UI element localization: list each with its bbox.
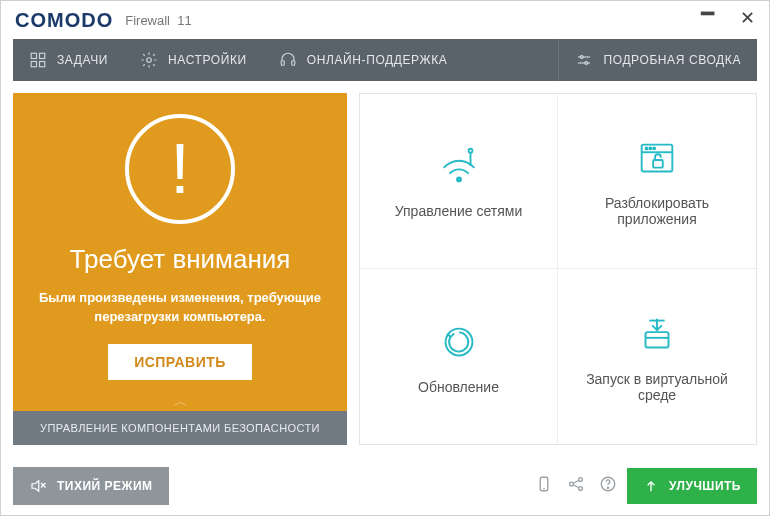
main-toolbar: ЗАДАЧИ НАСТРОЙКИ ОНЛАЙН-ПОДДЕРЖКА ПОДРОБ… [13, 39, 757, 81]
status-card: ! Требует внимания Были произведены изме… [13, 93, 347, 445]
tasks-label: ЗАДАЧИ [57, 53, 108, 67]
wifi-icon [436, 143, 482, 189]
tile-label: Разблокировать приложения [568, 195, 746, 227]
quick-actions-grid: Управление сетями Разблокировать приложе… [359, 93, 757, 445]
mobile-icon[interactable] [535, 475, 553, 497]
svg-line-33 [573, 480, 579, 483]
minimize-button[interactable]: ━ [701, 3, 714, 25]
quiet-mode-button[interactable]: ТИХИЙ РЕЖИМ [13, 467, 169, 505]
content-area: ! Требует внимания Были произведены изме… [1, 81, 769, 457]
share-icon[interactable] [567, 475, 585, 497]
help-icon[interactable] [599, 475, 617, 497]
settings-label: НАСТРОЙКИ [168, 53, 247, 67]
svg-rect-2 [31, 62, 36, 67]
svg-point-16 [646, 147, 648, 149]
svg-rect-5 [281, 61, 284, 66]
svg-rect-6 [292, 61, 295, 66]
svg-point-36 [607, 487, 608, 488]
upgrade-button[interactable]: УЛУЧШИТЬ [627, 468, 757, 504]
tasks-button[interactable]: ЗАДАЧИ [13, 39, 124, 81]
gear-icon [140, 51, 158, 69]
warning-icon: ! [125, 114, 235, 224]
detail-view-button[interactable]: ПОДРОБНАЯ СВОДКА [558, 39, 757, 81]
svg-rect-21 [646, 332, 669, 347]
svg-point-17 [649, 147, 651, 149]
status-description: Были произведены изменения, требующие пе… [31, 289, 329, 325]
headset-icon [279, 51, 297, 69]
unblock-icon [634, 135, 680, 181]
quiet-mode-label: ТИХИЙ РЕЖИМ [57, 479, 153, 493]
settings-button[interactable]: НАСТРОЙКИ [124, 39, 263, 81]
svg-point-18 [653, 147, 655, 149]
tile-label: Управление сетями [395, 203, 522, 219]
sandbox-icon [634, 311, 680, 357]
support-label: ОНЛАЙН-ПОДДЕРЖКА [307, 53, 448, 67]
status-heading: Требует внимания [70, 244, 291, 275]
sliders-icon [575, 51, 593, 69]
mute-icon [29, 477, 47, 495]
update-icon [436, 319, 482, 365]
detail-label: ПОДРОБНАЯ СВОДКА [603, 53, 741, 67]
tile-label: Обновление [418, 379, 499, 395]
tile-update[interactable]: Обновление [360, 269, 558, 444]
svg-rect-19 [653, 160, 663, 168]
upgrade-icon [643, 478, 659, 494]
bottom-bar: ТИХИЙ РЕЖИМ УЛУЧШИТЬ [13, 467, 757, 505]
svg-rect-0 [31, 53, 36, 58]
brand-logo: COMODO [15, 9, 113, 32]
svg-point-13 [468, 149, 472, 153]
footer-icons [535, 475, 617, 497]
title-bar: COMODO Firewall 11 ━ ✕ [1, 1, 769, 39]
svg-point-4 [147, 58, 152, 63]
svg-rect-1 [40, 53, 45, 58]
svg-line-34 [573, 485, 579, 488]
fix-button[interactable]: ИСПРАВИТЬ [108, 344, 252, 380]
svg-rect-3 [40, 62, 45, 67]
expand-chevron-icon[interactable]: ︿ [13, 393, 347, 411]
tile-virtual-run[interactable]: Запуск в виртуальной среде [558, 269, 756, 444]
svg-point-11 [457, 178, 461, 182]
tile-label: Запуск в виртуальной среде [568, 371, 746, 403]
tile-unblock-apps[interactable]: Разблокировать приложения [558, 94, 756, 269]
tile-network-management[interactable]: Управление сетями [360, 94, 558, 269]
svg-marker-25 [32, 481, 39, 492]
support-button[interactable]: ОНЛАЙН-ПОДДЕРЖКА [263, 39, 464, 81]
upgrade-label: УЛУЧШИТЬ [669, 479, 741, 493]
manage-components-button[interactable]: УПРАВЛЕНИЕ КОМПОНЕНТАМИ БЕЗОПАСНОСТИ [13, 411, 347, 445]
tasks-icon [29, 51, 47, 69]
close-button[interactable]: ✕ [740, 9, 755, 31]
product-name: Firewall 11 [125, 13, 192, 28]
